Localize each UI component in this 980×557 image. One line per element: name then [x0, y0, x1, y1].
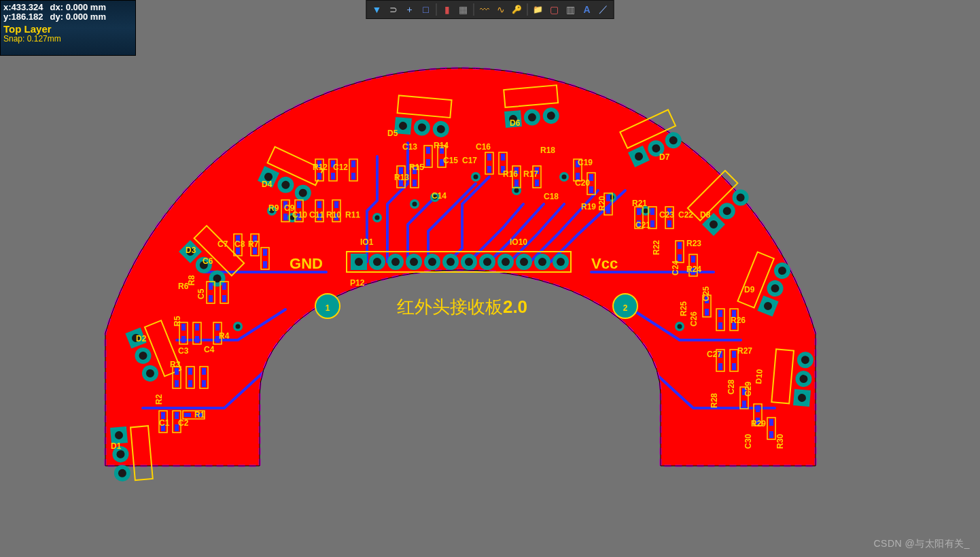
r13-label: R13 — [394, 173, 409, 182]
c11-label: C11 — [309, 210, 324, 220]
r17-label: R17 — [523, 169, 538, 179]
c30-label: C30 — [743, 434, 753, 449]
c8-label: C8 — [234, 239, 245, 249]
c29-label: C29 — [743, 382, 753, 396]
r4-label: R4 — [219, 331, 230, 341]
c23-label: C23 — [659, 210, 674, 220]
d6-label: D6 — [510, 118, 521, 128]
d5-label: D5 — [387, 129, 398, 138]
c10-label: C10 — [292, 210, 307, 220]
gnd-label: GND — [290, 255, 323, 272]
r25-label: R25 — [679, 301, 688, 316]
r21-label: R21 — [632, 199, 647, 208]
r15-label: R15 — [409, 163, 424, 172]
svg-rect-10 — [0, 0, 980, 557]
r22-label: R22 — [652, 240, 661, 255]
c28-label: C28 — [727, 379, 736, 394]
d1-label: D1 — [111, 441, 122, 451]
c12-label: C12 — [333, 163, 348, 172]
d7-label: D7 — [659, 152, 670, 162]
svg-text:2: 2 — [623, 303, 628, 313]
r20-label: R20 — [597, 196, 607, 211]
c18-label: C18 — [544, 192, 559, 201]
r30-label: R30 — [775, 434, 785, 449]
r11-label: R11 — [345, 210, 360, 220]
r26-label: R26 — [731, 316, 746, 325]
c19-label: C19 — [578, 158, 593, 167]
c24-label: C24 — [671, 260, 680, 275]
c3-label: C3 — [178, 346, 189, 356]
r23-label: R23 — [686, 239, 701, 248]
r27-label: R27 — [737, 346, 752, 356]
d9-label: D9 — [744, 285, 755, 294]
p12-label: P12 — [350, 278, 365, 288]
c6-label: C6 — [203, 256, 213, 266]
d2-label: D2 — [136, 334, 147, 343]
io1-label: IO1 — [360, 237, 374, 247]
r14-label: R14 — [434, 141, 449, 150]
c7-label: C7 — [217, 239, 228, 249]
watermark: CSDN @与太阳有关_ — [873, 538, 970, 550]
c20-label: C20 — [575, 178, 590, 188]
r18-label: R18 — [540, 146, 555, 155]
c14-label: C14 — [432, 191, 447, 201]
d3-label: D3 — [186, 246, 196, 255]
c13-label: C13 — [402, 142, 417, 152]
svg-text:1: 1 — [326, 303, 330, 313]
c5-label: C5 — [196, 288, 206, 299]
r12-label: R12 — [313, 163, 328, 172]
c2-label: C2 — [178, 418, 189, 428]
c4-label: C4 — [204, 345, 215, 354]
c27-label: C27 — [707, 350, 722, 359]
r2-label: R2 — [154, 394, 164, 405]
c15-label: C15 — [443, 156, 458, 165]
r10-label: R10 — [326, 210, 341, 220]
d10-label: D10 — [754, 369, 765, 384]
r28-label: R28 — [710, 393, 719, 408]
d4-label: D4 — [262, 180, 273, 189]
d8-label: D8 — [700, 210, 711, 220]
r5-label: R5 — [173, 316, 182, 326]
r9-label: R9 — [268, 203, 279, 213]
c17-label: C17 — [462, 156, 477, 165]
c26-label: C26 — [689, 311, 699, 326]
r19-label: R19 — [581, 202, 596, 212]
c1-label: C1 — [159, 418, 170, 428]
r29-label: R29 — [751, 419, 766, 428]
r24-label: R24 — [686, 265, 701, 274]
vcc-label: Vcc — [591, 255, 618, 272]
fiducial-1: 1 — [315, 294, 340, 318]
r16-label: R16 — [503, 169, 518, 179]
c22-label: C22 — [678, 210, 693, 220]
c16-label: C16 — [476, 142, 491, 152]
r1-label: R1 — [194, 410, 205, 420]
r3-label: R3 — [170, 360, 181, 369]
pcb-canvas[interactable]: 1 2 红外头接收板2.0 GND Vcc IO1 IO10 P12 — [0, 0, 980, 557]
r8-label: R8 — [187, 275, 196, 286]
r7-label: R7 — [248, 239, 259, 249]
c21-label: C21 — [635, 220, 650, 230]
board-title: 红外头接收板2.0 — [397, 297, 527, 317]
fiducial-2: 2 — [613, 294, 637, 318]
c25-label: C25 — [701, 286, 711, 301]
io10-label: IO10 — [510, 237, 527, 247]
